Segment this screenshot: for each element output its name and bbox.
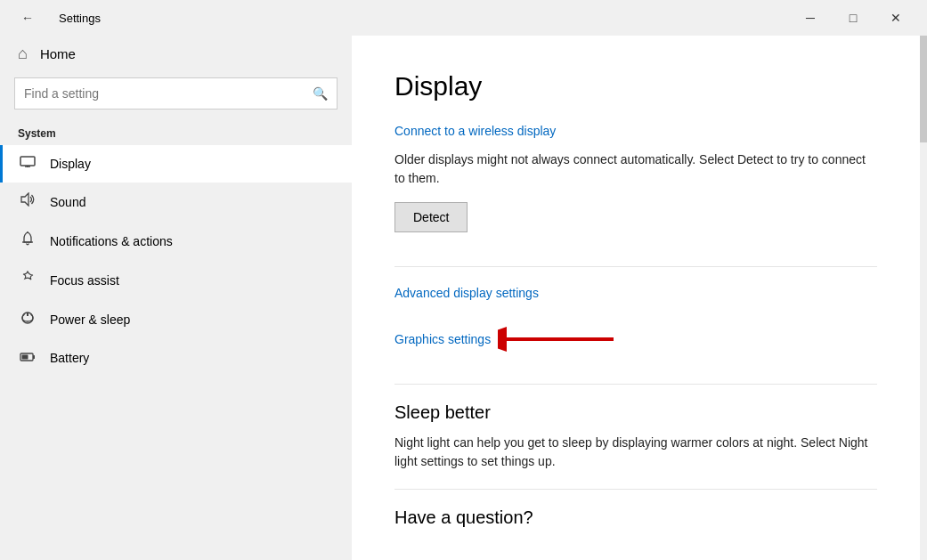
title-bar-title: Settings bbox=[59, 12, 101, 25]
graphics-settings-link[interactable]: Graphics settings bbox=[394, 332, 491, 346]
sidebar-item-focus[interactable]: Focus assist bbox=[0, 261, 352, 299]
scrollbar-track[interactable] bbox=[920, 36, 927, 560]
title-bar: ← Settings ─ □ ✕ bbox=[0, 0, 927, 36]
have-question-title: Have a question? bbox=[394, 507, 877, 528]
sidebar-item-home[interactable]: ⌂ Home bbox=[0, 36, 352, 72]
advanced-display-link[interactable]: Advanced display settings bbox=[394, 286, 539, 300]
content-area: Display Connect to a wireless display Ol… bbox=[352, 36, 920, 560]
focus-icon bbox=[18, 271, 37, 289]
sidebar-label-display: Display bbox=[50, 157, 91, 171]
title-bar-left: ← Settings bbox=[7, 4, 101, 32]
sidebar-label-power: Power & sleep bbox=[50, 312, 130, 327]
svg-marker-3 bbox=[21, 193, 28, 206]
title-bar-controls: ─ □ ✕ bbox=[790, 4, 916, 32]
svg-rect-9 bbox=[33, 355, 35, 359]
scrollbar-thumb[interactable] bbox=[920, 36, 927, 142]
search-box-wrap: 🔍 bbox=[0, 72, 352, 122]
sidebar-item-battery[interactable]: Battery bbox=[0, 339, 352, 377]
sidebar-item-sound[interactable]: Sound bbox=[0, 183, 352, 221]
sidebar-label-focus: Focus assist bbox=[50, 273, 119, 288]
sidebar-item-notifications[interactable]: Notifications & actions bbox=[0, 221, 352, 261]
power-icon bbox=[18, 309, 37, 329]
wireless-desc: Older displays might not always connect … bbox=[394, 150, 877, 188]
divider-2 bbox=[394, 384, 877, 385]
home-icon: ⌂ bbox=[18, 45, 28, 63]
sidebar-section-label: System bbox=[0, 122, 352, 145]
sound-icon bbox=[18, 192, 37, 211]
sidebar-item-power[interactable]: Power & sleep bbox=[0, 299, 352, 339]
close-button[interactable]: ✕ bbox=[875, 4, 916, 32]
detect-button[interactable]: Detect bbox=[394, 202, 468, 232]
search-box: 🔍 bbox=[14, 77, 337, 110]
display-icon bbox=[18, 155, 37, 173]
search-icon: 🔍 bbox=[313, 86, 328, 101]
sleep-desc: Night light can help you get to sleep by… bbox=[394, 434, 877, 471]
notifications-icon bbox=[18, 231, 37, 251]
main-layout: ⌂ Home 🔍 System Display Sound bbox=[0, 36, 927, 560]
battery-icon bbox=[18, 349, 37, 367]
divider-3 bbox=[394, 489, 877, 490]
sidebar-label-sound: Sound bbox=[50, 195, 85, 209]
back-button[interactable]: ← bbox=[7, 4, 48, 32]
maximize-button[interactable]: □ bbox=[833, 4, 874, 32]
page-title: Display bbox=[394, 71, 877, 101]
svg-rect-10 bbox=[22, 355, 28, 360]
sidebar-label-notifications: Notifications & actions bbox=[50, 234, 173, 248]
sidebar-item-display[interactable]: Display bbox=[0, 145, 352, 183]
sidebar-label-battery: Battery bbox=[50, 351, 89, 365]
svg-rect-0 bbox=[20, 157, 35, 166]
sidebar-home-label: Home bbox=[40, 46, 76, 61]
search-input[interactable] bbox=[24, 86, 313, 101]
divider-1 bbox=[394, 266, 877, 267]
sleep-better-title: Sleep better bbox=[394, 402, 877, 423]
wireless-display-link[interactable]: Connect to a wireless display bbox=[394, 124, 556, 138]
arrow-annotation bbox=[498, 321, 622, 357]
sidebar: ⌂ Home 🔍 System Display Sound bbox=[0, 36, 352, 560]
minimize-button[interactable]: ─ bbox=[790, 4, 831, 32]
